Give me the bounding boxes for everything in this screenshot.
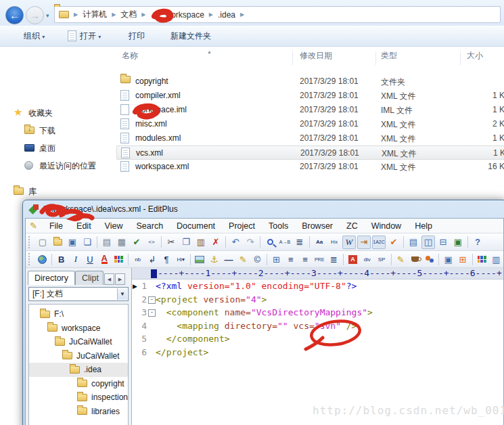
print-icon[interactable]: ▦ [115,236,129,249]
column-header-type[interactable]: 类型 [381,50,397,66]
sidebar-group-favorites[interactable]: ★ 收藏夹 [0,106,114,120]
form-field-icon[interactable]: ▣ [442,252,455,266]
menu-window[interactable]: Window [365,221,408,231]
undo-icon[interactable]: ↶ [229,236,242,249]
edit-html-icon[interactable]: ✎ [394,252,407,266]
spell-check-icon[interactable]: ✔ [130,236,143,249]
tree-item-libraries[interactable]: libraries [29,405,128,419]
tree-item-jucaiwallet-2[interactable]: JuCaiWallet [29,349,128,363]
column-header-date[interactable]: 修改日期 [300,50,332,66]
font-icon[interactable]: Aa [313,236,326,249]
split-window-icon[interactable]: ◫ [421,236,435,249]
cut-icon[interactable]: ✂ [164,236,178,249]
document-list-icon[interactable]: ▤ [407,236,420,249]
directory-tree[interactable]: F:\ workspace JuCaiWallet JuCaiWallet .i… [28,304,129,425]
toolbar-grip[interactable] [28,236,33,248]
bold-icon[interactable]: B [55,252,68,266]
tree-item-idea[interactable]: .idea [29,363,128,377]
syntax-check-icon[interactable]: ✔ [387,236,400,249]
file-row-compiler-xml[interactable]: compiler.xml 2017/3/29 18:01 XML 文件 1 KB [116,89,504,103]
bullet-list-icon[interactable]: ≣ [327,252,340,266]
find-icon[interactable] [263,236,277,249]
browser-icon[interactable] [36,252,49,266]
redo-icon[interactable]: ↷ [244,236,257,249]
column-divider[interactable] [375,51,376,65]
file-row-vcs-xml[interactable]: vcs.xml 2017/3/29 18:01 XML 文件 1 KB [116,146,504,160]
new-file-icon[interactable]: ▢ [36,236,49,249]
line-numbers-icon[interactable]: 1A2C [372,236,386,249]
file-row-misc-xml[interactable]: misc.xml 2017/3/29 18:01 XML 文件 2 KB [116,117,504,131]
align-center-icon[interactable]: ≡ [284,252,297,266]
code-area[interactable]: 1 <?xml version="1.0" encoding="UTF-8"?>… [132,279,503,425]
tree-item-f-drive[interactable]: F:\ [29,307,128,321]
color-picker-icon[interactable] [476,252,488,266]
breadcrumb-idea[interactable]: .idea [218,10,235,20]
preformatted-icon[interactable]: PRE [313,252,326,266]
div-tag-icon[interactable]: div [361,252,373,266]
font-color-icon[interactable]: A [98,252,111,266]
file-row-workspace-iml[interactable]: workspace.iml 2017/3/29 18:01 IML 文件 1 K… [116,103,504,117]
script-icon[interactable] [423,252,436,266]
underline-icon[interactable]: U [83,252,96,266]
tree-item-workspace[interactable]: workspace [29,321,128,336]
print-button[interactable]: 打印 [129,30,145,42]
split-document-icon[interactable]: ⊟ [436,236,450,249]
browser-preview-icon[interactable]: ▣ [451,236,465,249]
back-button[interactable]: ← [5,6,24,24]
menu-zc[interactable]: ZC [340,221,365,231]
html-tags-icon[interactable]: <> [145,236,158,249]
image-icon[interactable] [193,252,206,266]
span-tag-icon[interactable]: SP [375,252,388,266]
auto-indent-icon[interactable]: ⇥ [357,236,371,249]
forward-button[interactable]: → [26,6,44,24]
sidebar-item-recent-places[interactable]: 最近访问的位置 [0,158,114,173]
tab-directory[interactable]: Directory [28,271,75,285]
sidebar-item-downloads[interactable]: ↓ 下载 [0,123,114,138]
hex-view-icon[interactable]: Hx [327,236,341,249]
sidebar-group-libraries[interactable]: 库 [0,184,114,199]
sidebar-item-desktop[interactable]: 桌面 [0,141,114,156]
column-header-name[interactable]: 名称 [122,50,138,66]
menu-edit[interactable]: Edit [70,221,98,231]
align-right-icon[interactable]: ≡ [298,252,311,266]
tab-cliptext[interactable]: Clipt [75,271,104,285]
save-icon[interactable]: ▣ [66,236,79,249]
word-wrap-icon[interactable]: W [342,236,356,249]
column-divider[interactable] [292,51,293,65]
menu-search[interactable]: Search [129,221,170,231]
heading-icon[interactable]: Hi▾ [175,252,187,266]
toolbar-grip[interactable] [28,253,33,265]
file-row-workspace-xml[interactable]: workspace.xml 2017/3/29 18:01 XML 文件 16 … [116,160,504,174]
menu-tools[interactable]: Tools [262,221,295,231]
context-help-icon[interactable]: ? [471,236,484,249]
delete-icon[interactable]: ✗ [209,236,223,249]
tree-item-jucaiwallet[interactable]: JuCaiWallet [29,335,128,349]
breadcrumb-workspace[interactable]: workspace [165,10,204,20]
recent-pages-dropdown-icon[interactable]: ▾ [46,12,49,19]
note-icon[interactable]: ✎ [237,252,250,266]
column-divider[interactable] [460,51,461,65]
save-all-icon[interactable]: ❏ [81,236,94,249]
goto-line-icon[interactable]: ≣ [293,236,306,249]
paste-icon[interactable]: ▥ [194,236,208,249]
anchor-icon[interactable]: ⚓ [208,252,221,266]
menu-help[interactable]: Help [408,221,439,231]
file-row-modules-xml[interactable]: modules.xml 2017/3/29 18:01 XML 文件 1 KB [116,131,504,146]
italic-icon[interactable]: I [69,252,82,266]
tree-item-copyright[interactable]: copyright [29,377,128,391]
organize-button[interactable]: 组织 ▾ [24,30,45,42]
menu-document[interactable]: Document [170,221,222,231]
form-layout-icon[interactable]: ⊞ [456,252,469,266]
code-editor[interactable]: ----+----1----+----2----+----3----+----4… [132,268,503,425]
breadcrumb[interactable]: ▶ 计算机 ▶ 文档 ▶ workspace ▶ .idea ▶ [54,6,501,23]
java-applet-icon[interactable] [409,252,421,266]
table-icon[interactable]: ⊞ [270,252,283,266]
replace-icon[interactable]: A→B [278,236,292,249]
non-breaking-space-icon[interactable]: nb [131,252,144,266]
tab-scroll-right-icon[interactable]: ▶ [115,273,125,285]
column-header-size[interactable]: 大小 [467,50,483,66]
print-preview-icon[interactable]: ▤ [100,236,114,249]
menu-browser[interactable]: Browser [295,221,340,231]
frame-preview-icon[interactable]: ▥ [490,252,503,266]
editplus-titlebar[interactable]: F:\workspace\.idea\vcs.xml - EditPlus [23,200,504,218]
